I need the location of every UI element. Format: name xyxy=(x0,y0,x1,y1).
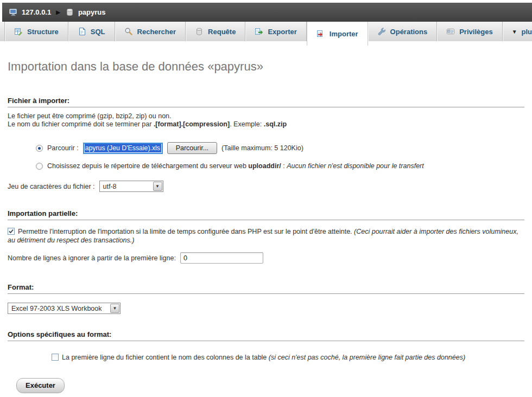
import-icon xyxy=(316,29,325,38)
browse-button[interactable]: Parcourir... xyxy=(167,142,217,154)
tab-label: Privilèges xyxy=(459,28,492,36)
tab-import[interactable]: Importer xyxy=(307,22,368,46)
structure-icon xyxy=(14,27,23,36)
max-size-note: (Taille maximum: 5 120Kio) xyxy=(221,144,303,152)
first-line-text: La première ligne du fichier contient le… xyxy=(62,354,269,361)
format-selected-value: Excel 97-2003 XLS Workbook xyxy=(11,305,102,312)
upload-file-row: Parcourir : apyrus (Jeu D'Essaie).xls Pa… xyxy=(36,142,524,154)
wrench-icon xyxy=(377,27,386,36)
export-icon xyxy=(255,27,263,36)
interrupt-text: Permettre l'interruption de l'importatio… xyxy=(18,228,354,235)
section-heading-format-options: Options spécifiques au format: xyxy=(8,330,524,341)
first-line-option: La première ligne du fichier contient le… xyxy=(52,353,524,362)
radio-upload-file[interactable] xyxy=(36,145,43,152)
upload-dir-name: uploaddir/ xyxy=(248,162,281,170)
radio-upload-dir[interactable] xyxy=(36,163,43,170)
compression-note: Le fichier peut être comprimé (gzip, bzi… xyxy=(8,112,524,128)
format-select[interactable]: Excel 97-2003 XLS Workbook ▼ xyxy=(8,303,121,314)
checkbox-allow-interrupt[interactable] xyxy=(8,228,15,235)
sql-icon xyxy=(78,27,86,36)
tab-label: Requête xyxy=(208,28,236,36)
privileges-card-icon xyxy=(446,27,455,36)
tab-search[interactable]: Rechercher xyxy=(115,22,186,41)
search-icon xyxy=(124,27,133,36)
charset-label: Jeu de caractères du fichier : xyxy=(8,183,95,190)
section-heading-partial: Importation partielle: xyxy=(8,209,524,220)
upload-dir-row: Choisissez depuis le répertoire de téléc… xyxy=(36,162,524,170)
first-line-note: (si ceci n'est pas coché, la première li… xyxy=(269,354,465,361)
filename-note-mid: . Exemple: xyxy=(230,120,264,128)
server-icon xyxy=(9,8,18,17)
skip-lines-input[interactable] xyxy=(180,252,263,264)
filename-pattern: .[format].[compression] xyxy=(154,120,230,128)
check-icon xyxy=(8,228,14,234)
tab-export[interactable]: Exporter xyxy=(245,22,306,41)
upload-dir-sep: : xyxy=(281,162,287,170)
tab-query[interactable]: Requête xyxy=(186,22,245,41)
query-database-icon xyxy=(195,27,204,36)
format-row: Excel 97-2003 XLS Workbook ▼ xyxy=(8,303,524,314)
import-page: Importation dans la base de données «pap… xyxy=(0,60,532,393)
breadcrumb-arrow-icon: ▶ xyxy=(56,9,60,15)
tab-sql[interactable]: SQL xyxy=(68,22,115,41)
charset-select[interactable]: utf-8 ▼ xyxy=(99,181,163,192)
section-heading-format: Format: xyxy=(8,283,524,294)
compression-note-line1: Le fichier peut être comprimé (gzip, bzi… xyxy=(8,112,172,120)
tab-label: Exporter xyxy=(268,28,296,36)
tab-more[interactable]: ▼ plus xyxy=(503,22,532,41)
tab-operations[interactable]: Opérations xyxy=(368,22,438,41)
server-breadcrumb-bar: 127.0.0.1 ▶ papyrus xyxy=(2,3,532,22)
upload-dir-text: Choisissez depuis le répertoire de téléc… xyxy=(47,162,248,170)
file-input-value: apyrus (Jeu D'Essaie).xls xyxy=(85,144,161,152)
tab-structure[interactable]: Structure xyxy=(4,22,68,41)
interrupt-option: Permettre l'interruption de l'importatio… xyxy=(8,227,524,245)
breadcrumb-database[interactable]: papyrus xyxy=(78,8,106,16)
tab-label: Opérations xyxy=(390,28,428,36)
tab-label: Importer xyxy=(330,30,358,38)
tab-label: SQL xyxy=(91,28,105,36)
execute-button[interactable]: Exécuter xyxy=(16,378,65,393)
section-heading-file: Fichier à importer: xyxy=(8,97,524,107)
filename-example: .sql.zip xyxy=(264,120,287,128)
tab-label: Rechercher xyxy=(137,28,176,36)
breadcrumb-server[interactable]: 127.0.0.1 xyxy=(22,8,51,16)
chevron-down-icon: ▼ xyxy=(512,29,517,35)
charset-row: Jeu de caractères du fichier : utf-8 ▼ xyxy=(8,181,524,192)
chevron-down-icon: ▼ xyxy=(155,184,160,189)
database-tabs: Structure SQL Rechercher Requête xyxy=(0,22,532,41)
charset-selected-value: utf-8 xyxy=(103,183,117,190)
skip-lines-label: Nombre de lignes à ignorer à partir de l… xyxy=(8,254,176,262)
database-icon xyxy=(65,8,74,17)
browse-label: Parcourir : xyxy=(47,144,79,152)
upload-dir-label: Choisissez depuis le répertoire de téléc… xyxy=(47,162,424,170)
file-input[interactable]: apyrus (Jeu D'Essaie).xls xyxy=(83,143,163,154)
tab-privileges[interactable]: Privilèges xyxy=(437,22,502,41)
dropdown-arrow-button[interactable]: ▼ xyxy=(153,182,162,191)
checkbox-first-line-columns[interactable] xyxy=(52,354,59,361)
skip-lines-row: Nombre de lignes à ignorer à partir de l… xyxy=(8,252,524,264)
filename-note-prefix: Le nom du fichier comprimé doit se termi… xyxy=(8,120,154,128)
tab-label: Structure xyxy=(27,28,59,36)
dropdown-arrow-button[interactable]: ▼ xyxy=(110,304,119,313)
chevron-down-icon: ▼ xyxy=(113,306,117,311)
upload-dir-note: Aucun fichier n'est disponible pour le t… xyxy=(287,162,424,170)
tab-label: plus xyxy=(522,28,532,36)
page-title: Importation dans la base de données «pap… xyxy=(8,60,524,74)
